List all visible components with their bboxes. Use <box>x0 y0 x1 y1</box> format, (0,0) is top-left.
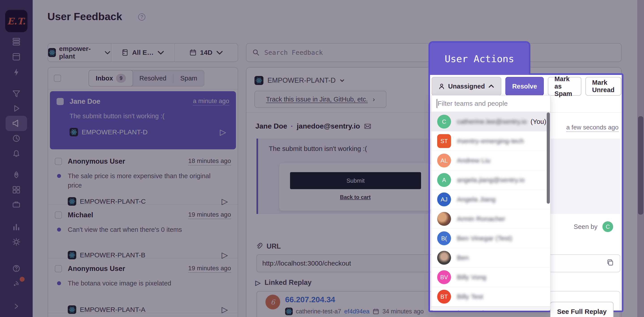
mark-as-spam-label: Mark as Spam <box>554 75 575 98</box>
assignee-option[interactable]: BV Billy Vong <box>431 268 550 287</box>
calendar-icon <box>372 308 379 315</box>
item-checkbox[interactable] <box>56 98 64 105</box>
releases-icon[interactable] <box>0 198 33 212</box>
feedback-preview: The submit button isn't working :( <box>70 111 224 121</box>
feedback-list-item[interactable]: Anonymous User 18 minutes ago The sale p… <box>48 151 238 205</box>
replays-icon[interactable] <box>0 101 33 116</box>
item-checkbox[interactable] <box>55 158 62 165</box>
help-question-icon[interactable]: ? <box>138 14 145 20</box>
settings-icon[interactable] <box>0 235 33 249</box>
issues-icon[interactable] <box>0 34 33 49</box>
assignee-option[interactable]: B( Ben Vinegar (Test) <box>431 229 550 248</box>
assignee-option[interactable]: A angela.jiang@sentry.io <box>431 170 550 190</box>
dashboards-icon[interactable] <box>0 183 33 197</box>
tab-spam[interactable]: Spam <box>174 70 204 86</box>
linked-replay-label[interactable]: ▷ Linked Replay <box>255 278 312 286</box>
resolve-button[interactable]: Resolve <box>505 77 544 96</box>
user-avatar: BV <box>437 270 451 284</box>
see-full-replay-label: See Full Replay <box>557 308 607 316</box>
feedback-list-item[interactable]: Michael 19 minutes ago Can't view the ca… <box>48 205 238 258</box>
play-replay-icon[interactable]: ▷ <box>222 305 228 314</box>
help-glyph: ? <box>140 14 143 20</box>
assignee-option[interactable]: AL Andrew Liu <box>431 151 550 170</box>
user-avatar: BT <box>437 290 451 304</box>
broadcast-icon[interactable] <box>0 276 33 290</box>
screenshot-submit-label: Submit <box>346 177 365 184</box>
assignee-option[interactable]: C catherine.lee@sentry.io (You) <box>431 112 550 132</box>
assignee-option[interactable]: ST #sentry-emerging-tech <box>431 132 550 151</box>
date-range-filter[interactable]: 14D <box>175 44 238 62</box>
assignee-option[interactable]: AJ Angela Jiang <box>431 190 550 209</box>
tab-resolved[interactable]: Resolved <box>132 70 173 86</box>
filter-icon[interactable] <box>0 86 33 101</box>
crons-icon[interactable] <box>0 131 33 146</box>
feedback-list-item-partial[interactable] <box>48 313 238 317</box>
stats-icon[interactable] <box>0 220 33 234</box>
play-replay-icon[interactable]: ▷ <box>220 128 226 137</box>
team-avatar: ST <box>437 134 451 148</box>
person-icon <box>438 83 445 90</box>
envelope-icon[interactable] <box>364 122 372 130</box>
assignee-button[interactable]: Unassigned <box>432 77 501 96</box>
help-icon[interactable] <box>0 261 33 276</box>
alerts-icon[interactable] <box>0 146 33 160</box>
item-checkbox[interactable] <box>55 265 62 272</box>
play-outline-icon: ▷ <box>255 279 260 286</box>
sender-row: Jane Doe · janedoe@sentry.io <box>255 122 372 130</box>
assignee-name: Billy Test <box>457 293 483 300</box>
launch-icon[interactable] <box>0 168 33 182</box>
mailbox-tabs: Inbox 9 Resolved Spam <box>88 70 204 86</box>
page-scrollbar-thumb[interactable] <box>638 116 643 214</box>
collapse-icon[interactable] <box>0 299 33 314</box>
user-photo-avatar <box>437 251 451 265</box>
feedback-project-slug: EMPOWER-PLANT-A <box>80 306 145 314</box>
url-label-text: URL <box>266 242 281 250</box>
see-full-replay-button[interactable]: See Full Replay <box>550 302 614 317</box>
calendar-icon <box>189 48 197 56</box>
environment-filter[interactable]: All E… <box>111 44 175 62</box>
feedback-list-item[interactable]: Jane Doe a minute ago The submit button … <box>50 91 236 149</box>
item-checkbox[interactable] <box>55 212 62 219</box>
feedback-preview: The botana voice image is pixelated <box>68 280 171 287</box>
copy-button[interactable] <box>606 258 614 268</box>
detail-project-select[interactable]: EMPOWER-PLANT-D <box>254 76 344 85</box>
assignee-name: Ben <box>457 254 469 262</box>
feedback-preview: The sale price is more expensive than th… <box>68 172 210 189</box>
feedback-time: 19 minutes ago <box>188 265 231 273</box>
tab-resolved-label: Resolved <box>139 75 166 82</box>
assignee-filter-input[interactable] <box>438 100 545 107</box>
track-issue-button[interactable]: Track this issue in Jira, GitHub, etc. › <box>254 91 386 108</box>
react-project-icon <box>48 48 56 57</box>
url-value: http://localhost:3000/checkout <box>262 260 351 267</box>
assignee-option[interactable]: BT Billy Test <box>431 287 550 306</box>
url-section-label: URL <box>255 242 281 250</box>
tab-spam-label: Spam <box>180 75 197 82</box>
seen-by-label: Seen by <box>574 223 598 230</box>
chevron-down-icon <box>104 48 111 56</box>
linked-replay-text: Linked Replay <box>264 278 312 286</box>
avatar-initial: BT <box>440 293 448 300</box>
tab-inbox[interactable]: Inbox 9 <box>88 70 133 86</box>
resolve-label: Resolve <box>512 83 537 90</box>
feedback-list-item[interactable]: Anonymous User 19 minutes ago The botana… <box>48 258 238 313</box>
mark-unread-button[interactable]: Mark Unread <box>586 77 621 96</box>
mark-as-spam-button[interactable]: Mark as Spam <box>548 77 582 96</box>
dropdown-scrollbar[interactable] <box>547 112 550 204</box>
project-filter[interactable]: empower-plant <box>48 44 111 62</box>
org-logo[interactable]: E.T. <box>5 10 28 32</box>
feedback-icon[interactable] <box>0 116 33 130</box>
replay-ip-link[interactable]: 66.207.204.34 <box>285 295 335 304</box>
date-range-label: 14D <box>200 49 212 56</box>
feedback-time: a minute ago <box>193 98 229 106</box>
user-avatar: AJ <box>437 192 451 206</box>
projects-icon[interactable] <box>0 50 33 64</box>
select-all-checkbox[interactable] <box>54 75 61 82</box>
performance-icon[interactable] <box>0 65 33 79</box>
assignee-option[interactable]: Armin Ronacher <box>431 209 550 229</box>
screenshot-submit-button: Submit <box>290 172 421 189</box>
invite-member-row[interactable]: ⊕ Invite Member <box>431 306 550 311</box>
plus-circle-icon: ⊕ <box>437 309 444 311</box>
feedback-sender: Jane Doe <box>70 98 100 106</box>
assignee-option[interactable]: Ben <box>431 248 550 268</box>
avatar-initial: C <box>442 118 446 125</box>
